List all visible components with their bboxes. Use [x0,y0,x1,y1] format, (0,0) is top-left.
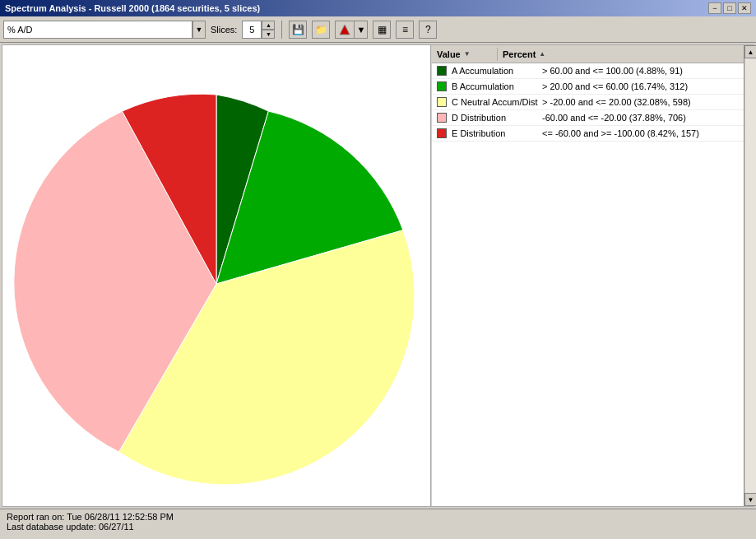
grid-icon[interactable]: ▦ [373,21,391,39]
title-bar: Spectrum Analysis - Russell 2000 (1864 s… [0,0,756,16]
legend-label-e: E Distribution [452,128,542,138]
legend-row-0: A Accumulation > 60.00 and <= 100.00 (4.… [432,63,744,79]
legend-panel: Value ▼ Percent ▲ A Accumulation > 60.00… [430,45,756,506]
legend-label-a: A Accumulation [452,66,542,76]
legend-color-e [437,128,447,138]
legend-label-d: D Distribution [452,113,542,123]
legend-value-e: <= -60.00 and >= -100.00 (8.42%, 157) [542,128,739,138]
toolbar: % A/D ▼ Slices: ▲ ▼ 💾 📁 ▼ ▦ ≡ ? [0,16,756,43]
legend-table: Value ▼ Percent ▲ A Accumulation > 60.00… [431,45,744,506]
slices-spinner[interactable]: ▲ ▼ [262,21,275,39]
window-title: Spectrum Analysis - Russell 2000 (1864 s… [5,3,260,13]
legend-value-d: -60.00 and <= -20.00 (37.88%, 706) [542,113,739,123]
help-icon[interactable]: ? [419,21,437,39]
spin-down-button[interactable]: ▼ [262,30,275,39]
legend-col-value-header[interactable]: Value ▼ [432,48,498,61]
scroll-down-button[interactable]: ▼ [744,493,757,506]
toolbar-separator-1 [281,21,282,39]
maximize-button[interactable]: □ [723,2,736,14]
status-bar: Report ran on: Tue 06/28/11 12:52:58 PM … [0,509,756,533]
window-controls: − □ ✕ [708,2,751,14]
pie-chart-area [2,45,430,506]
minimize-button[interactable]: − [708,2,721,14]
legend-row-4: E Distribution <= -60.00 and >= -100.00 … [432,126,744,142]
legend-color-c [437,97,447,107]
legend-color-d [437,113,447,123]
open-icon[interactable]: 📁 [312,21,330,39]
save-icon[interactable]: 💾 [289,21,307,39]
legend-col-percent-header[interactable]: Percent ▲ [498,48,744,61]
spin-up-button[interactable]: ▲ [262,21,275,30]
analysis-dropdown[interactable]: % A/D [3,21,192,39]
slices-input[interactable] [242,21,262,39]
legend-value-b: > 20.00 and <= 60.00 (16.74%, 312) [542,81,739,91]
legend-row-1: B Accumulation > 20.00 and <= 60.00 (16.… [432,79,744,95]
legend-value-a: > 60.00 and <= 100.00 (4.88%, 91) [542,66,739,76]
status-line1: Report ran on: Tue 06/28/11 12:52:58 PM [7,512,749,522]
pie-chart [11,62,422,490]
legend-label-b: B Accumulation [452,81,542,91]
legend-scrollbar[interactable]: ▲ ▼ [744,45,756,506]
legend-row-2: C Neutral Accum/Dist > -20.00 and <= 20.… [432,95,744,110]
legend-label-c: C Neutral Accum/Dist [452,97,542,107]
svg-marker-0 [340,25,350,35]
chart-dropdown-arrow[interactable]: ▼ [354,21,367,38]
main-content: Value ▼ Percent ▲ A Accumulation > 60.00… [2,44,754,507]
sort-value-icon: ▼ [464,50,471,58]
legend-header: Value ▼ Percent ▲ [432,45,744,63]
close-button[interactable]: ✕ [738,2,751,14]
dropdown-arrow-icon[interactable]: ▼ [192,21,206,39]
list-icon[interactable]: ≡ [396,21,414,39]
legend-value-c: > -20.00 and <= 20.00 (32.08%, 598) [542,97,739,107]
status-line2: Last database update: 06/27/11 [7,522,749,532]
scroll-track [745,58,757,493]
slices-label: Slices: [211,25,237,35]
chart-type-icon[interactable] [336,21,354,38]
legend-row-3: D Distribution -60.00 and <= -20.00 (37.… [432,110,744,126]
legend-color-a [437,66,447,76]
scroll-up-button[interactable]: ▲ [744,45,757,58]
legend-color-b [437,81,447,91]
legend-rows: A Accumulation > 60.00 and <= 100.00 (4.… [432,63,744,506]
sort-percent-icon: ▲ [539,50,545,58]
